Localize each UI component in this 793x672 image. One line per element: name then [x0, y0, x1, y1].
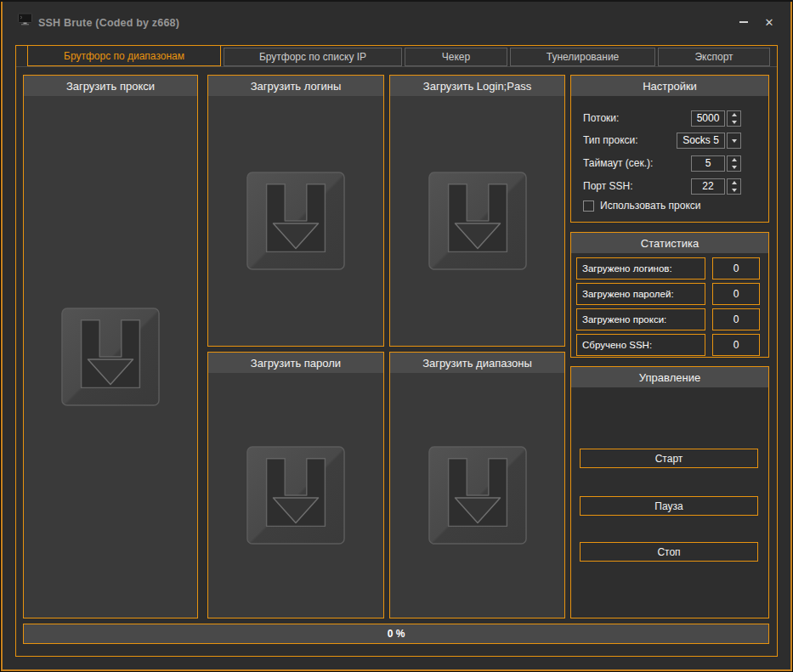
statistics-header: Статистика — [571, 233, 768, 253]
panel-load-logins-header: Загрузить логины — [208, 76, 383, 96]
tab-tunneling[interactable]: Тунелирование — [510, 48, 655, 66]
window-title: SSH Brute (Coded by z668) — [38, 17, 179, 29]
panel-load-passwords-header: Загрузить пароли — [208, 353, 383, 373]
logins-drop-zone[interactable] — [208, 96, 383, 346]
download-icon — [246, 171, 346, 271]
tab-strip-underline — [16, 66, 777, 67]
panel-load-passwords: Загрузить пароли — [207, 352, 384, 618]
panel-control: Управление Старт Пауза Стоп — [570, 366, 769, 618]
proxy-type-label: Тип прокси: — [583, 133, 638, 149]
arrow-down-icon — [732, 166, 737, 169]
stat-passwords-value: 0 — [712, 283, 760, 305]
download-icon — [428, 445, 528, 545]
threads-spinner — [727, 110, 741, 127]
stat-logins-value: 0 — [712, 257, 760, 280]
app-terminal-icon — [17, 11, 33, 27]
panel-settings: Настройки Потоки: 5000 Тип прокси: Socks… — [570, 75, 769, 223]
tab-export[interactable]: Экспорт — [658, 48, 770, 66]
download-icon — [428, 171, 528, 271]
use-proxy-checkbox[interactable] — [583, 200, 594, 212]
app-window: SSH Brute (Coded by z668) ✕ Брутфорс по … — [0, 0, 793, 672]
use-proxy-label: Использовать прокси — [600, 200, 701, 212]
ssh-port-label: Порт SSH: — [583, 178, 633, 195]
stop-button[interactable]: Стоп — [580, 542, 758, 562]
progress-percent-text: 0 % — [388, 628, 405, 640]
timeout-spinner — [727, 155, 741, 172]
control-body: Старт Пауза Стоп — [571, 387, 768, 618]
spin-down-button[interactable] — [728, 187, 740, 195]
spin-down-button[interactable] — [728, 119, 740, 127]
loginpass-drop-zone[interactable] — [390, 96, 564, 346]
panel-load-loginpass: Загрузить Login;Pass — [389, 75, 565, 347]
statistics-body: Загружено логинов: 0 Загружено паролей: … — [571, 253, 768, 357]
passwords-drop-zone[interactable] — [208, 373, 383, 618]
download-icon — [246, 445, 346, 545]
ranges-drop-zone[interactable] — [390, 373, 564, 618]
panel-load-logins: Загрузить логины — [207, 75, 384, 347]
start-button[interactable]: Старт — [580, 449, 758, 468]
close-button[interactable]: ✕ — [758, 11, 780, 33]
proxy-type-dropdown-button[interactable] — [727, 133, 741, 149]
panel-statistics: Статистика Загружено логинов: 0 Загружен… — [570, 232, 769, 358]
arrow-up-icon — [732, 113, 737, 116]
arrow-up-icon — [732, 158, 737, 161]
titlebar: SSH Brute (Coded by z668) ✕ — [0, 0, 793, 39]
proxy-type-select[interactable]: Socks 5 — [677, 133, 725, 149]
timeout-label: Таймаут (сек.): — [583, 155, 653, 172]
stat-passwords-label: Загружено паролей: — [576, 283, 705, 305]
progress-bar: 0 % — [23, 624, 769, 644]
download-icon — [60, 307, 161, 407]
timeout-input[interactable]: 5 — [691, 155, 725, 172]
spin-up-button[interactable] — [728, 111, 740, 119]
tab-checker[interactable]: Чекер — [405, 48, 507, 66]
panel-load-loginpass-header: Загрузить Login;Pass — [390, 76, 564, 96]
settings-body: Потоки: 5000 Тип прокси: Socks 5 Таймаут… — [571, 96, 768, 222]
panel-load-ranges: Загрузить диапазоны — [389, 352, 565, 618]
minimize-button[interactable] — [733, 11, 755, 33]
panel-load-proxy: Загрузить прокси — [23, 75, 198, 618]
stat-logins-label: Загружено логинов: — [576, 257, 705, 280]
spin-down-button[interactable] — [728, 164, 740, 172]
spin-up-button[interactable] — [728, 179, 740, 187]
stat-proxies-value: 0 — [712, 308, 760, 330]
threads-label: Потоки: — [583, 110, 619, 127]
proxy-drop-zone[interactable] — [24, 96, 197, 618]
panel-load-ranges-header: Загрузить диапазоны — [390, 353, 564, 373]
close-icon: ✕ — [765, 16, 774, 29]
stat-ssh-cracked-label: Сбручено SSH: — [576, 334, 705, 356]
panel-load-proxy-header: Загрузить прокси — [24, 76, 197, 96]
stat-proxies-label: Загружено прокси: — [576, 308, 705, 330]
threads-input[interactable]: 5000 — [691, 110, 725, 127]
tab-bruteforce-ranges[interactable]: Брутфорс по диапазонам — [27, 45, 221, 66]
ssh-port-input[interactable]: 22 — [691, 178, 725, 195]
tab-bruteforce-ip-list[interactable]: Брутфорс по списку IP — [224, 48, 402, 66]
spin-up-button[interactable] — [728, 156, 740, 164]
arrow-up-icon — [732, 181, 737, 184]
pause-button[interactable]: Пауза — [580, 496, 758, 516]
ssh-port-spinner — [727, 178, 741, 195]
arrow-down-icon — [732, 189, 737, 192]
arrow-down-icon — [732, 121, 737, 124]
minimize-icon — [739, 21, 748, 23]
chevron-down-icon — [732, 139, 737, 143]
settings-header: Настройки — [571, 76, 768, 96]
stat-ssh-cracked-value: 0 — [712, 334, 760, 356]
control-header: Управление — [571, 367, 768, 387]
